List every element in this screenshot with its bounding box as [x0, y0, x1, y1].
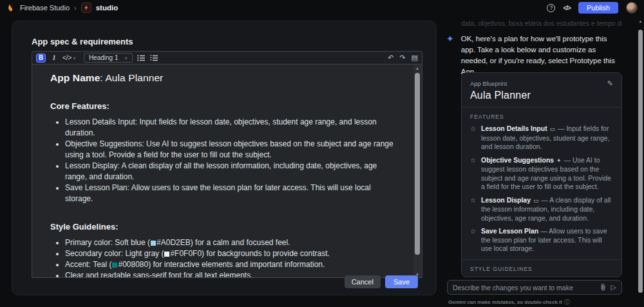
code-icon[interactable]: </> — [563, 5, 570, 12]
sparkle-icon: ✦ — [556, 157, 562, 164]
app-blueprint-card: App Blueprint ✎ Aula Planner FEATURES ☆ … — [461, 72, 622, 277]
core-features-heading: Core Features: — [50, 101, 396, 111]
panel-toggle-button[interactable]: ▤ — [412, 54, 418, 61]
workspace-name[interactable]: studio — [96, 4, 118, 12]
color-swatch — [151, 241, 156, 246]
list-item: Primary color: Soft blue (#A0D2EB) for a… — [65, 237, 396, 248]
spec-panel: App spec & requirements B I </> ∨ Headin… — [12, 21, 437, 295]
feature-item: ☆ Lesson Details Input ▭ — Input fields … — [470, 124, 613, 152]
assistant-message: OK, here's a plan for how we'll prototyp… — [461, 34, 623, 77]
doc-h1-rest: : Aula Planner — [100, 72, 163, 83]
feature-item: ☆ Save Lesson Plan — Allow users to save… — [470, 227, 613, 253]
color-swatch — [112, 262, 117, 268]
topbar-actions: ? </> Publish — [547, 2, 638, 14]
topbar: Firebase Studio › studio ? </> Publish — [0, 0, 644, 15]
list-item: Save Lesson Plan: Allow users to save th… — [65, 183, 396, 204]
toolbar-right-group: ↶ ↷ ▤ — [388, 54, 418, 61]
undo-button[interactable]: ↶ — [388, 54, 393, 61]
scrollbar-thumb[interactable] — [638, 30, 643, 293]
firebase-logo-icon — [6, 3, 15, 12]
edit-icon[interactable]: ✎ — [607, 79, 613, 88]
assistant-message-row: ✦ OK, here's a plan for how we'll protot… — [444, 34, 626, 77]
editor-scrollbar[interactable]: ▲ ▼ — [413, 65, 421, 278]
attach-icon[interactable] — [600, 283, 606, 292]
star-icon: ☆ — [470, 227, 476, 253]
help-icon[interactable]: ? — [547, 4, 555, 12]
brand-name[interactable]: Firebase Studio — [20, 4, 70, 12]
features-section-label: FEATURES — [470, 114, 613, 120]
blueprint-header: App Blueprint ✎ — [470, 79, 613, 88]
spec-title: App spec & requirements — [32, 37, 133, 46]
cancel-button[interactable]: Cancel — [345, 275, 381, 288]
chevron-down-icon: ∨ — [124, 55, 127, 60]
style-guidelines-list: Primary color: Soft blue (#A0D2EB) for a… — [65, 237, 396, 278]
breadcrumb-separator: › — [74, 4, 77, 12]
publish-button[interactable]: Publish — [578, 2, 618, 14]
star-icon: ☆ — [470, 156, 476, 192]
send-icon[interactable]: ▷ — [611, 284, 616, 291]
workspace-icon — [81, 3, 91, 13]
chat-input[interactable] — [453, 284, 595, 292]
blueprint-label: App Blueprint — [470, 80, 507, 87]
bold-button[interactable]: B — [36, 54, 46, 63]
document-editor[interactable]: App Name: Aula Planner Core Features: Le… — [32, 64, 422, 278]
code-block-button[interactable]: </> ∨ — [62, 54, 76, 63]
list-item: Lesson Details Input: Input fields for l… — [65, 117, 396, 139]
divider — [462, 259, 621, 260]
scroll-up-icon[interactable]: ▲ — [415, 65, 419, 72]
spec-actions: Cancel Save — [345, 275, 418, 288]
list-item: Objective Suggestions: Use AI to suggest… — [65, 139, 396, 161]
feature-item: ☆ Objective Suggestions ✦ — Use AI to su… — [470, 156, 613, 192]
window-scrollbar[interactable]: ▲ — [638, 18, 643, 307]
firebase-studio-app: { "topbar": { "brand": "Firebase Studio"… — [0, 0, 644, 307]
list-item: Accent: Teal (#008080) for interactive e… — [65, 259, 396, 270]
style-section-label: STYLE GUIDELINES — [470, 266, 613, 272]
editor-toolbar: B I </> ∨ Heading 1 ∨ ↶ ↷ ▤ — [32, 51, 422, 64]
numbered-list-button[interactable] — [149, 54, 158, 63]
code-block-icon: </> — [62, 54, 71, 61]
scrollbar-thumb[interactable] — [415, 73, 420, 255]
scroll-up-icon[interactable]: ▲ — [639, 18, 643, 25]
doc-h1-bold: App Name — [50, 72, 100, 83]
core-features-list: Lesson Details Input: Input fields for l… — [65, 117, 396, 204]
color-row-label: Color — [484, 277, 500, 278]
blueprint-title: Aula Planner — [470, 90, 613, 101]
italic-button[interactable]: I — [50, 54, 59, 63]
color-swatch — [164, 252, 169, 257]
star-icon: ☆ — [470, 124, 476, 152]
chat-input-container: ▷ — [447, 280, 622, 295]
chat-history-faded: data, objetivos, faixa etária dos estuda… — [461, 19, 622, 27]
gemini-sparkle-icon: ✦ — [444, 34, 454, 77]
disclaimer: Gemini can make mistakes, so double-chec… — [448, 298, 570, 306]
save-button[interactable]: Save — [385, 275, 418, 288]
input-field-icon: ▭ — [533, 197, 540, 204]
avatar[interactable] — [626, 2, 638, 14]
chat-panel: data, objetivos, faixa etária dos estuda… — [444, 15, 632, 307]
info-icon[interactable]: ⓘ — [564, 298, 570, 306]
palette-icon — [470, 277, 478, 278]
heading-style-value: Heading 1 — [89, 54, 118, 61]
list-item: Lesson Display: A clean display of all t… — [65, 161, 396, 183]
feature-item: ☆ Lesson Display ▭ — A clean display of … — [470, 196, 613, 223]
redo-button[interactable]: ↷ — [399, 54, 405, 61]
bullet-list-button[interactable] — [137, 54, 146, 63]
color-row[interactable]: Color — [470, 277, 613, 278]
list-item: Secondary color: Light gray (#F0F0F0) fo… — [65, 248, 396, 259]
heading-style-select[interactable]: Heading 1 ∨ — [84, 53, 133, 63]
divider — [462, 107, 621, 108]
doc-h1: App Name: Aula Planner — [50, 72, 396, 84]
style-guidelines-heading: Style Guidelines: — [50, 222, 396, 232]
star-icon: ☆ — [470, 196, 476, 223]
document-content: App Name: Aula Planner Core Features: Le… — [32, 64, 422, 278]
input-field-icon: ▭ — [549, 126, 556, 132]
chevron-down-icon: ∨ — [73, 55, 75, 60]
